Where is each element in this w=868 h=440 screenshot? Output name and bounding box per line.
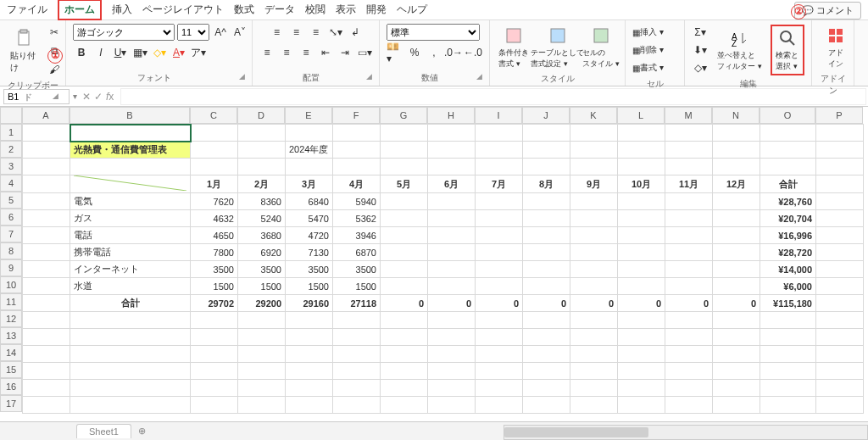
cell[interactable]: 3680 [238,227,286,244]
cell[interactable] [428,210,476,227]
cell[interactable] [618,227,665,244]
cell[interactable] [570,329,618,346]
cell[interactable]: 11月 [665,175,713,193]
number-format-select[interactable]: 標準 [387,24,480,41]
cell[interactable] [70,125,191,142]
cell[interactable] [760,346,816,363]
cell[interactable]: 0 [618,295,665,312]
cell[interactable] [333,346,381,363]
find-select-button[interactable]: 検索と 選択 ▾ [771,25,804,75]
number-launcher[interactable]: ◢ [476,72,482,81]
cell[interactable] [381,380,428,397]
cell[interactable] [70,312,191,329]
cell[interactable] [333,397,381,414]
cell[interactable] [238,312,286,329]
cell[interactable] [665,363,713,380]
cell[interactable] [665,346,713,363]
cell[interactable] [23,227,70,244]
cell[interactable]: 1500 [286,278,333,295]
cell[interactable] [23,125,70,142]
cell[interactable] [476,244,523,261]
fx-icon[interactable]: fx [106,91,114,103]
phonetic-button[interactable]: ア▾ [190,44,207,61]
col-header[interactable]: A [22,107,70,124]
cell[interactable] [333,380,381,397]
dec-decimal-button[interactable]: ←.0 [465,44,481,61]
cell[interactable] [665,278,713,295]
cell[interactable] [428,193,476,210]
font-name-select[interactable]: 游ゴシック [73,24,175,41]
row-header[interactable]: 11 [0,293,22,310]
add-sheet-button[interactable]: ⊕ [138,426,146,437]
cell[interactable] [381,397,428,414]
cell[interactable]: 1500 [191,278,238,295]
font-size-select[interactable]: 11 [177,24,209,41]
horizontal-scrollbar[interactable] [504,425,868,440]
cell[interactable] [191,397,238,414]
cell[interactable] [523,193,570,210]
cell[interactable] [238,159,286,175]
cell[interactable] [816,159,864,175]
cell[interactable] [23,175,70,193]
cell[interactable] [713,227,760,244]
cell[interactable] [286,312,333,329]
cell[interactable] [570,261,618,278]
cell[interactable] [618,261,665,278]
cell[interactable] [618,142,665,159]
align-top-button[interactable]: ≡ [269,24,286,41]
cell[interactable] [381,142,428,159]
cell[interactable]: 4632 [191,210,238,227]
cell[interactable] [570,397,618,414]
cell[interactable] [713,363,760,380]
cell[interactable] [713,278,760,295]
cell[interactable]: 29200 [238,295,286,312]
cell[interactable] [23,261,70,278]
cell[interactable] [23,210,70,227]
comma-button[interactable]: , [426,44,442,61]
cell[interactable] [191,159,238,175]
cell[interactable] [713,312,760,329]
cell[interactable]: 27118 [333,295,381,312]
cell[interactable] [816,329,864,346]
col-header[interactable]: E [285,107,332,124]
shrink-font-button[interactable]: A˅ [231,24,248,41]
cell[interactable] [286,329,333,346]
cell[interactable] [713,380,760,397]
align-left-button[interactable]: ≡ [259,44,275,61]
cell[interactable] [381,261,428,278]
cell[interactable]: ¥16,996 [760,227,816,244]
align-center-button[interactable]: ≡ [278,44,295,61]
cell[interactable] [286,346,333,363]
cell[interactable] [665,159,713,175]
cell[interactable]: 3月 [286,175,333,193]
cell[interactable] [191,346,238,363]
cell[interactable] [476,142,523,159]
col-header[interactable]: H [427,107,475,124]
cell[interactable] [816,312,864,329]
cell[interactable] [381,193,428,210]
cell[interactable] [70,175,191,193]
col-header[interactable]: B [70,107,190,124]
row-header[interactable]: 6 [0,209,22,226]
row-header[interactable]: 1 [0,124,22,141]
cell[interactable]: 0 [428,295,476,312]
cell[interactable] [570,244,618,261]
menu-data[interactable]: データ [264,3,295,17]
font-color-button[interactable]: A▾ [170,44,187,61]
cell[interactable] [286,397,333,414]
row-header[interactable]: 2 [0,141,22,158]
row-header[interactable]: 10 [0,276,22,293]
cell[interactable]: 2024年度 [286,142,333,159]
enter-formula-icon[interactable]: ✓ [94,91,103,103]
cell[interactable]: 8360 [238,193,286,210]
cell[interactable] [476,227,523,244]
cell[interactable]: 電気 [70,193,191,210]
cell[interactable] [333,363,381,380]
cell[interactable] [238,363,286,380]
cell[interactable]: ¥14,000 [760,261,816,278]
cell[interactable] [381,159,428,175]
cell[interactable] [23,363,70,380]
cell[interactable] [570,125,618,142]
cell[interactable] [523,278,570,295]
format-as-table-button[interactable]: テーブルとして 書式設定 ▾ [536,24,579,71]
